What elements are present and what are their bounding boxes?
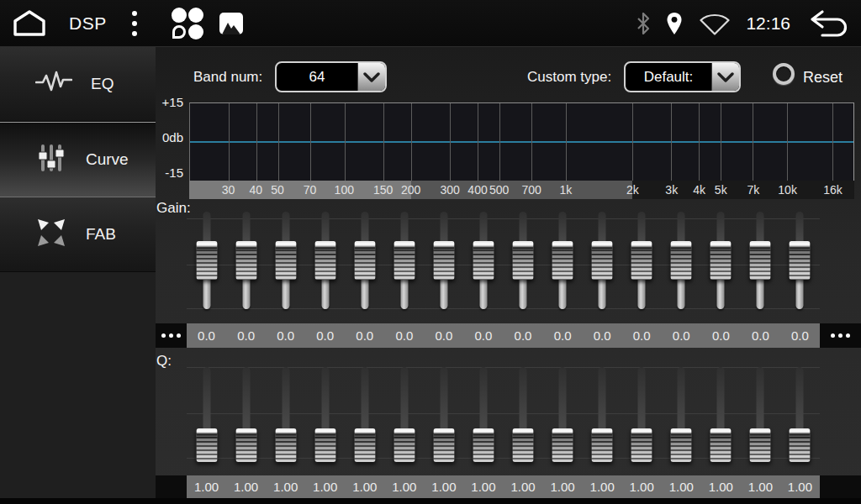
sidebar-item-eq[interactable]: EQ [0, 47, 156, 122]
gain-slider[interactable] [662, 212, 701, 309]
gain-slider-knob[interactable] [513, 241, 534, 280]
gain-slider[interactable] [305, 212, 345, 309]
q-slider-knob[interactable] [552, 428, 573, 462]
q-slider[interactable] [463, 367, 503, 462]
gain-slider-knob[interactable] [196, 241, 217, 280]
gain-slider[interactable] [463, 212, 503, 309]
gain-slider-knob[interactable] [433, 241, 454, 280]
q-slider-knob[interactable] [314, 428, 335, 462]
q-slider[interactable] [741, 367, 780, 462]
q-slider[interactable] [701, 367, 741, 462]
gain-slider-knob[interactable] [671, 241, 692, 280]
gain-slider[interactable] [266, 212, 305, 309]
q-slider-knob[interactable] [433, 428, 454, 462]
frequency-tick-label: 16k [823, 181, 843, 198]
q-slider[interactable] [345, 367, 384, 462]
frequency-tick-label: 5k [715, 181, 727, 198]
gain-slider[interactable] [424, 212, 463, 309]
gridline [411, 103, 412, 181]
chevron-down-icon[interactable] [357, 63, 385, 91]
q-slider-knob[interactable] [631, 428, 652, 462]
gain-slider-knob[interactable] [394, 241, 415, 280]
gain-slider[interactable] [701, 212, 741, 309]
q-slider[interactable] [504, 367, 543, 462]
frequency-tick-label: 2k [626, 181, 639, 198]
q-slider[interactable] [266, 367, 305, 462]
gridline [787, 103, 788, 181]
apps-clover-icon[interactable] [171, 7, 204, 40]
gain-slider-knob[interactable] [710, 241, 732, 280]
q-slider[interactable] [305, 367, 345, 462]
q-slider-knob[interactable] [710, 428, 732, 462]
custom-type-dropdown[interactable]: Default: [624, 61, 741, 92]
reset-radio[interactable] [773, 63, 795, 85]
q-slider-knob[interactable] [473, 428, 494, 462]
q-values-strip: 1.001.001.001.001.001.001.001.001.001.00… [187, 475, 820, 498]
band-num-label: Band num: [193, 67, 262, 87]
q-slider-knob[interactable] [354, 428, 375, 462]
band-num-value: 64 [277, 63, 357, 91]
q-slider[interactable] [384, 367, 424, 462]
q-value: 1.00 [345, 475, 384, 498]
gain-section-label: Gain: [156, 200, 191, 217]
gain-slider[interactable] [543, 212, 583, 309]
app-title: DSP [69, 13, 107, 34]
q-slider-knob[interactable] [394, 428, 415, 462]
gain-value: 0.0 [701, 323, 741, 348]
gain-slider[interactable] [741, 212, 780, 309]
q-slider[interactable] [424, 367, 463, 462]
gallery-icon[interactable] [219, 13, 243, 34]
q-slider-knob[interactable] [513, 428, 534, 462]
gridline [310, 103, 311, 181]
gridline [499, 103, 500, 181]
q-slider-knob[interactable] [592, 428, 613, 462]
gain-slider-knob[interactable] [275, 241, 296, 280]
q-slider[interactable] [622, 367, 662, 462]
gain-slider-knob[interactable] [631, 241, 652, 280]
gain-slider-knob[interactable] [790, 241, 811, 280]
gain-slider-knob[interactable] [750, 241, 771, 280]
q-slider-knob[interactable] [790, 428, 811, 462]
sidebar-item-curve[interactable]: Curve [0, 122, 156, 197]
q-slider-knob[interactable] [235, 428, 256, 462]
gain-slider[interactable] [780, 212, 820, 309]
q-slider-knob[interactable] [750, 428, 771, 462]
q-slider[interactable] [543, 367, 583, 462]
gain-slider-knob[interactable] [314, 241, 335, 280]
gain-slider-knob[interactable] [235, 241, 256, 280]
q-slider[interactable] [780, 367, 820, 462]
q-slider-knob[interactable] [671, 428, 692, 462]
gain-slider-knob[interactable] [592, 241, 613, 280]
kebab-menu-icon[interactable] [132, 11, 137, 36]
gain-slider-knob[interactable] [552, 241, 573, 280]
sidebar-item-fab[interactable]: FAB [0, 197, 156, 272]
q-slider[interactable] [662, 367, 701, 462]
q-slider[interactable] [187, 367, 226, 462]
home-icon[interactable] [12, 9, 47, 38]
gain-slider-knob[interactable] [354, 241, 375, 280]
gain-slider[interactable] [504, 212, 543, 309]
frequency-tick-label: 300 [440, 181, 459, 198]
chevron-down-icon[interactable] [711, 63, 739, 91]
back-return-icon[interactable] [806, 8, 849, 39]
gain-more-right-button[interactable] [820, 323, 861, 348]
gain-slider-knob[interactable] [473, 241, 494, 280]
gain-slider[interactable] [622, 212, 662, 309]
frequency-tick-label: 40 [250, 181, 263, 198]
q-slider-knob[interactable] [275, 428, 296, 462]
gain-slider[interactable] [345, 212, 384, 309]
gain-slider[interactable] [583, 212, 622, 309]
q-slider-knob[interactable] [196, 428, 217, 462]
q-slider[interactable] [583, 367, 622, 462]
gain-value: 0.0 [345, 323, 384, 348]
gain-slider[interactable] [384, 212, 424, 309]
band-num-dropdown[interactable]: 64 [275, 61, 387, 92]
y-axis-label: 0db [156, 129, 183, 146]
q-slider[interactable] [226, 367, 266, 462]
gain-slider[interactable] [187, 212, 226, 309]
q-value: 1.00 [504, 475, 543, 498]
gain-slider[interactable] [226, 212, 266, 309]
gain-more-left-button[interactable] [156, 323, 187, 348]
q-value: 1.00 [741, 475, 780, 498]
gridline [671, 103, 672, 181]
